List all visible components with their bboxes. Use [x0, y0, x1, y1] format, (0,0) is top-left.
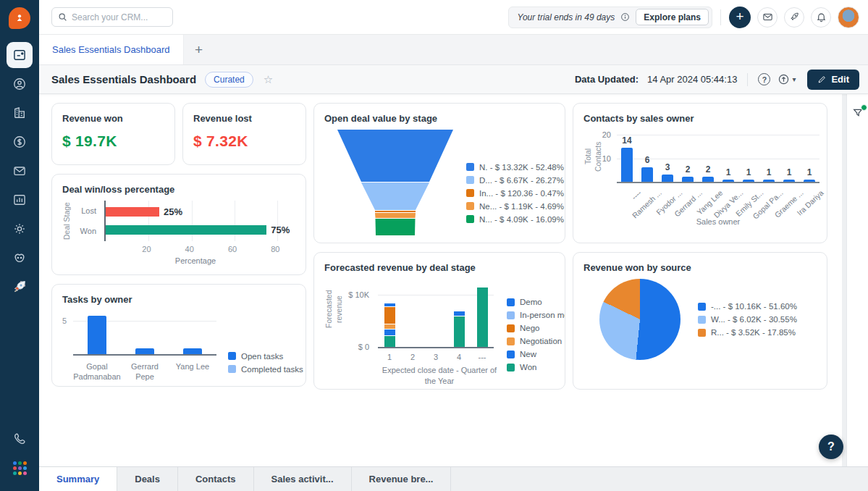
- legend-chip: [507, 337, 515, 345]
- whats-new-button[interactable]: [784, 7, 804, 28]
- help-icon[interactable]: ?: [758, 73, 770, 85]
- sidebar-item-accounts[interactable]: [7, 100, 33, 126]
- bar: [783, 180, 795, 182]
- sidebar-item-apps-switcher[interactable]: [7, 455, 33, 481]
- help-fab-button[interactable]: ?: [819, 435, 843, 459]
- bar-slot: 1: [718, 130, 738, 182]
- column-1: Revenue won $ 19.7K Revenue lost $ 7.32K…: [51, 103, 306, 387]
- gear-icon: [12, 222, 27, 236]
- legend-label: Open tasks: [241, 352, 283, 361]
- legend-chip: [466, 202, 474, 210]
- legend-chip: [507, 298, 515, 306]
- y-axis-label: Total Contacts: [583, 133, 597, 180]
- favorite-star-icon[interactable]: ☆: [264, 73, 273, 86]
- revenue-by-source-card[interactable]: Revenue won by source -... - $ 10.16K - …: [573, 252, 827, 390]
- bar-slot: 2: [678, 130, 698, 182]
- y-axis-label: Forecasted revenue: [324, 279, 342, 340]
- quick-add-button[interactable]: +: [729, 7, 751, 28]
- freddy-ai-icon: [12, 251, 27, 265]
- search-input[interactable]: [72, 12, 159, 22]
- open-deal-value-card[interactable]: Open deal value by stage N. - $ 13.32K -…: [313, 103, 565, 243]
- legend-chip: [698, 329, 706, 337]
- dashboard-icon: [12, 48, 27, 62]
- column-3: Contacts by sales owner Total Contacts10…: [573, 103, 827, 390]
- topbar: Your trial ends in 49 days Explore plans…: [39, 0, 868, 35]
- email-button[interactable]: [757, 7, 778, 28]
- sidebar-item-phone[interactable]: [7, 426, 33, 452]
- bar-row: 25%: [106, 207, 287, 217]
- legend-item: In... - $ 120.36 - 0.47%: [466, 189, 564, 198]
- deal-win-loss-card[interactable]: Deal win/loss percentage Deal StageLostW…: [51, 174, 306, 275]
- bar-slot: [73, 311, 121, 354]
- bar-segment: [384, 330, 395, 335]
- notifications-button[interactable]: [811, 7, 831, 28]
- legend-chip: [507, 351, 515, 358]
- bar-value: 75%: [271, 224, 290, 235]
- revenue-won-value: $ 19.7K: [62, 133, 164, 150]
- tab-revenue-breakdown[interactable]: Revenue bre...: [352, 467, 452, 491]
- plot: [73, 311, 216, 356]
- freshsales-logo[interactable]: [9, 7, 30, 29]
- bar-slot: 1: [759, 130, 779, 182]
- card-title: Forecasted revenue by deal stage: [324, 262, 555, 273]
- legend-item: Open tasks: [228, 352, 303, 361]
- edit-button[interactable]: Edit: [807, 70, 859, 90]
- card-title: Contacts by sales owner: [583, 113, 817, 124]
- add-dashboard-tab-button[interactable]: +: [184, 35, 214, 64]
- bar-value: 1: [759, 167, 779, 177]
- legend-item: Completed tasks: [228, 365, 303, 374]
- bar: [106, 225, 266, 235]
- sidebar-item-contacts[interactable]: [7, 71, 33, 97]
- category-label: Won: [77, 227, 96, 235]
- bar-slots: [73, 311, 216, 354]
- dashboard-tab[interactable]: Sales Essentials Dashboard: [39, 35, 184, 64]
- contacts-by-owner-chart: Total Contacts102014632211111----Ramesh …: [583, 130, 817, 226]
- dashboard-filter-button[interactable]: [852, 107, 864, 122]
- axis-tick: 80: [271, 245, 279, 253]
- legend: N. - $ 13.32K - 52.48%D... - $ 6.67K - 2…: [466, 150, 564, 236]
- tab-summary[interactable]: Summary: [39, 467, 117, 491]
- global-search[interactable]: [51, 7, 173, 27]
- legend-chip: [507, 311, 515, 319]
- tab-deals[interactable]: Deals: [117, 467, 178, 491]
- bar-segment: [384, 324, 395, 329]
- x-categories: ----Ramesh ...Fyodor ...Gerrard ...Yang …: [617, 183, 819, 217]
- rocket-outline-icon: [789, 12, 800, 22]
- revenue-won-card[interactable]: Revenue won $ 19.7K: [51, 103, 175, 165]
- tab-sales-activities[interactable]: Sales activit...: [254, 467, 352, 491]
- legend-item: N. - $ 13.32K - 52.48%: [466, 163, 564, 172]
- card-title: Deal win/loss percentage: [62, 184, 295, 195]
- revenue-lost-card[interactable]: Revenue lost $ 7.32K: [182, 103, 306, 165]
- axis-tick: 4: [447, 353, 471, 361]
- edit-label: Edit: [831, 74, 849, 85]
- export-button[interactable]: ▾: [778, 73, 796, 85]
- bar-slot: [471, 279, 494, 347]
- card-title: Revenue won by source: [583, 262, 817, 273]
- sidebar-item-email[interactable]: [7, 158, 33, 184]
- legend-item: R... - $ 3.52K - 17.85%: [698, 328, 797, 337]
- app-window: Your trial ends in 49 days Explore plans…: [0, 0, 868, 491]
- legend-chip: [466, 189, 474, 197]
- sidebar-item-dashboard[interactable]: [7, 42, 33, 68]
- sidebar-item-freddy-ai[interactable]: [7, 245, 33, 271]
- explore-plans-button[interactable]: Explore plans: [636, 9, 709, 25]
- bar-value: 6: [637, 155, 657, 165]
- forecasted-revenue-card[interactable]: Forecasted revenue by deal stage Forecas…: [313, 252, 565, 390]
- info-icon[interactable]: [620, 12, 630, 22]
- plot: 25%75%: [104, 201, 287, 241]
- tasks-by-owner-card[interactable]: Tasks by owner 5Gopal PadmanabanGerrard …: [51, 284, 306, 387]
- kpi-row: Revenue won $ 19.7K Revenue lost $ 7.32K: [51, 103, 306, 165]
- sidebar-item-launch[interactable]: [7, 274, 33, 300]
- sidebar-item-settings[interactable]: [7, 216, 33, 242]
- user-avatar[interactable]: [838, 7, 859, 28]
- axis-tick: 2: [401, 353, 424, 361]
- tab-contacts[interactable]: Contacts: [178, 467, 254, 491]
- sidebar-item-deals[interactable]: [7, 129, 33, 155]
- legend-label: -... - $ 10.16K - 51.60%: [711, 302, 797, 311]
- legend-label: R... - $ 3.52K - 17.85%: [711, 328, 796, 337]
- sidebar-item-analytics[interactable]: [7, 187, 33, 213]
- plot: [378, 279, 494, 348]
- bar-segment: [384, 336, 395, 347]
- contacts-by-owner-card[interactable]: Contacts by sales owner Total Contacts10…: [573, 103, 827, 243]
- legend: -... - $ 10.16K - 51.60%W... - $ 6.02K -…: [698, 300, 797, 339]
